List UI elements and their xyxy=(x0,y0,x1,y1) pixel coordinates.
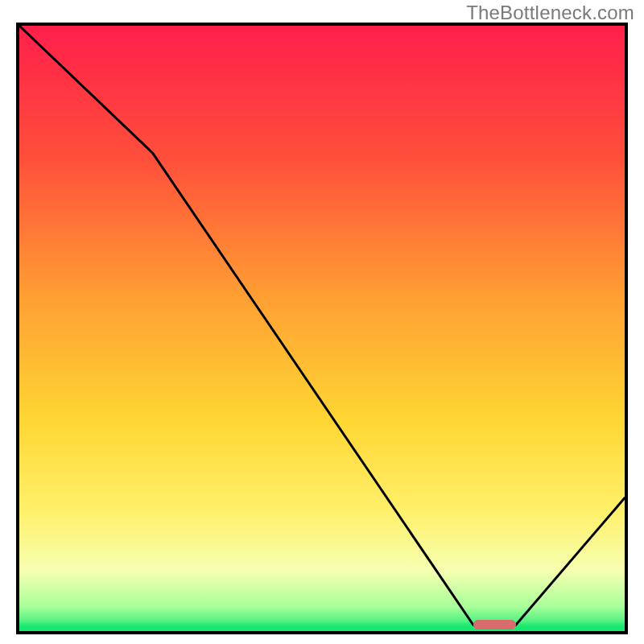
bottleneck-curve-line xyxy=(19,26,625,631)
plot-frame xyxy=(16,23,628,634)
watermark-text: TheBottleneck.com xyxy=(466,2,634,24)
chart-stage: TheBottleneck.com xyxy=(0,0,644,644)
optimum-marker xyxy=(473,620,516,630)
